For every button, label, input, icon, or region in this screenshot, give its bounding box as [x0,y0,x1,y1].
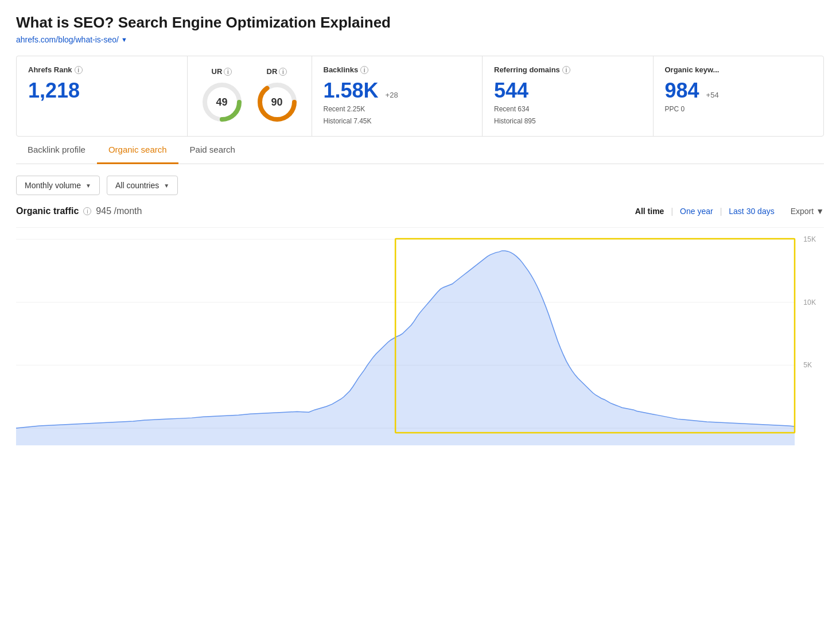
ahrefs-rank-value: 1,218 [28,79,176,103]
tab-paid-search[interactable]: Paid search [178,137,247,164]
backlinks-info[interactable]: i [360,66,368,74]
organic-keywords-label: Organic keyw... [665,65,720,74]
ur-label: UR [212,67,223,76]
time-btn-one-year[interactable]: One year [673,204,720,218]
organic-keywords-value: 984 [665,79,699,103]
ur-gauge-canvas: 49 [199,79,245,125]
backlinks-delta: +28 [386,91,398,99]
monthly-volume-dropdown[interactable]: Monthly volume ▼ [16,176,100,195]
tab-backlink-profile[interactable]: Backlink profile [16,137,97,164]
backlinks-sub1: Recent 2.25K [324,104,471,115]
ahrefs-rank-info[interactable]: i [75,66,83,74]
organic-keywords-cell: Organic keyw... 984 +54 PPC 0 [654,56,824,136]
monthly-volume-arrow: ▼ [85,183,91,189]
dr-label: DR [267,67,278,76]
referring-domains-cell: Referring domains i 544 Recent 634 Histo… [483,56,654,136]
monthly-volume-label: Monthly volume [25,181,81,190]
all-countries-dropdown[interactable]: All countries ▼ [107,176,178,195]
backlinks-cell: Backlinks i 1.58K +28 Recent 2.25K Histo… [312,56,483,136]
export-arrow: ▼ [816,207,824,216]
time-btn-last-30-days[interactable]: Last 30 days [722,204,781,218]
dr-info[interactable]: i [279,68,287,76]
ur-info[interactable]: i [224,68,232,76]
page-url[interactable]: ahrefs.com/blog/what-is-seo/ ▼ [16,35,824,44]
svg-text:15K: 15K [803,235,816,243]
tabs-row: Backlink profile Organic search Paid sea… [16,137,824,164]
svg-text:10K: 10K [803,298,816,306]
page-title: What is SEO? Search Engine Optimization … [16,14,824,32]
ahrefs-rank-label: Ahrefs Rank [28,65,72,74]
svg-text:5K: 5K [803,362,812,370]
all-countries-label: All countries [115,181,159,190]
organic-keywords-sub1: PPC 0 [665,104,812,115]
referring-domains-info[interactable]: i [562,66,570,74]
traffic-header: Organic traffic i 945 /month All time | … [16,204,824,218]
time-controls: All time | One year | Last 30 days [628,204,781,218]
backlinks-sub2: Historical 7.45K [324,116,471,127]
traffic-title: Organic traffic [16,206,79,216]
backlinks-value: 1.58K [324,79,379,103]
url-dropdown-arrow: ▼ [121,36,127,43]
tab-organic-search[interactable]: Organic search [97,137,178,164]
traffic-info[interactable]: i [83,207,91,215]
export-label: Export [791,207,814,216]
traffic-value: 945 /month [96,206,142,216]
traffic-chart: 15K 10K 5K [16,228,824,445]
metrics-row: Ahrefs Rank i 1,218 UR i 49 [16,56,824,137]
all-countries-arrow: ▼ [164,183,169,189]
referring-domains-value: 544 [494,79,641,103]
backlinks-label: Backlinks [324,65,359,74]
ahrefs-rank-cell: Ahrefs Rank i 1,218 [17,56,188,136]
dr-gauge: DR i 90 [254,67,300,125]
time-controls-group: All time | One year | Last 30 days Expor… [628,204,824,218]
gauges-cell: UR i 49 DR i [188,56,312,136]
controls-row: Monthly volume ▼ All countries ▼ [16,164,824,204]
referring-domains-sub2: Historical 895 [494,116,641,127]
dr-gauge-canvas: 90 [254,79,300,125]
ur-gauge: UR i 49 [199,67,245,125]
referring-domains-sub1: Recent 634 [494,104,641,115]
chart-area: 15K 10K 5K [16,227,824,445]
traffic-title-group: Organic traffic i 945 /month [16,206,142,216]
ur-value: 49 [216,96,227,108]
organic-keywords-delta: +54 [706,91,719,99]
dr-value: 90 [271,96,282,108]
time-btn-all-time[interactable]: All time [628,204,671,218]
referring-domains-label: Referring domains [494,65,560,74]
export-button[interactable]: Export ▼ [791,207,824,216]
url-text: ahrefs.com/blog/what-is-seo/ [16,35,119,44]
